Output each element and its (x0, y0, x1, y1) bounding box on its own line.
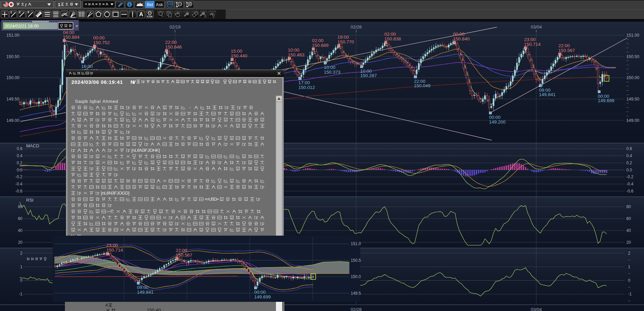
svg-text:15:00: 15:00 (231, 49, 242, 54)
svg-text:-0.4: -0.4 (15, 182, 22, 186)
svg-text:Saqib Iqbal Ahmed: Saqib Iqbal Ahmed (70, 99, 118, 104)
svg-text:i: i (129, 2, 130, 7)
svg-text:151.00: 151.00 (626, 33, 639, 38)
svg-text:MACD: MACD (26, 143, 39, 148)
svg-text:02/19: 02/19 (170, 24, 181, 30)
svg-text:150.752: 150.752 (93, 40, 110, 45)
svg-text:-0.2: -0.2 (626, 175, 633, 179)
svg-text:22:00: 22:00 (176, 248, 187, 253)
svg-text:ICON: ICON (147, 15, 153, 18)
svg-text:-0.6: -0.6 (15, 189, 22, 194)
svg-text:<=USD>: <=USD> (205, 197, 219, 202)
svg-text:2024/03/06 06:19:41: 2024/03/06 06:19:41 (71, 79, 123, 85)
svg-text:2: 2 (20, 251, 22, 256)
svg-text:151.0: 151.0 (351, 241, 361, 246)
svg-text:150.440: 150.440 (231, 53, 247, 58)
svg-text:150.287: 150.287 (360, 73, 377, 78)
svg-text:0.0: 0.0 (626, 168, 632, 172)
svg-text:1: 1 (10, 11, 12, 14)
svg-text:03/04: 03/04 (531, 307, 542, 311)
svg-text:1: 1 (58, 2, 60, 7)
svg-text:150.884: 150.884 (63, 35, 80, 40)
svg-text:150.714: 150.714 (524, 42, 541, 47)
svg-text:150.770: 150.770 (337, 39, 354, 44)
svg-text:Bid: Bid (147, 2, 153, 7)
svg-text:149.50: 149.50 (6, 97, 19, 102)
svg-text:149.699: 149.699 (598, 98, 614, 103)
svg-text:150.373: 150.373 (324, 70, 341, 75)
svg-text:150.838: 150.838 (384, 36, 401, 41)
svg-text:80: 80 (626, 204, 631, 209)
svg-text:150.50: 150.50 (6, 54, 19, 59)
svg-text:20: 20 (626, 240, 631, 245)
svg-text:03/04: 03/04 (531, 24, 542, 30)
svg-text:0.6: 0.6 (17, 146, 22, 151)
svg-text:2024/02/21 18:00: 2024/02/21 18:00 (5, 23, 39, 29)
svg-text:150.00: 150.00 (6, 75, 19, 80)
svg-text:20: 20 (18, 240, 23, 245)
svg-text:149.50: 149.50 (626, 97, 639, 102)
svg-text:150.646: 150.646 (165, 44, 182, 50)
svg-text:-1: -1 (628, 292, 632, 296)
svg-text:0: 0 (628, 278, 630, 283)
svg-text:-1: -1 (19, 292, 22, 296)
svg-text:149.200: 149.200 (489, 120, 506, 125)
svg-text:150.40: 150.40 (147, 308, 161, 311)
svg-text:0: 0 (20, 278, 22, 283)
svg-text:150.0: 150.0 (351, 274, 361, 279)
svg-text:150.049: 150.049 (414, 83, 431, 88)
svg-text:150.840: 150.840 (453, 36, 470, 41)
svg-text:1: 1 (20, 264, 22, 269)
svg-text:A: A (139, 11, 143, 18)
svg-text:0.4: 0.4 (17, 153, 22, 158)
svg-text:[nL6N3FJOGD]: [nL6N3FJOGD] (101, 190, 129, 196)
svg-text:149.5: 149.5 (351, 291, 361, 296)
svg-text:22:00: 22:00 (558, 43, 570, 48)
svg-text:60: 60 (626, 216, 631, 221)
svg-text:0.2: 0.2 (17, 161, 22, 165)
svg-text:×: × (75, 23, 78, 29)
svg-text:150.5: 150.5 (351, 258, 361, 263)
svg-text:150.567: 150.567 (558, 48, 575, 53)
svg-text:40: 40 (626, 228, 631, 233)
svg-text:3: 3 (28, 11, 29, 14)
svg-text:NY: NY (130, 79, 136, 85)
svg-text:02/26: 02/26 (351, 24, 362, 30)
svg-text:149.841: 149.841 (137, 290, 154, 295)
svg-text:149.00: 149.00 (6, 118, 19, 123)
svg-text:4: 4 (105, 303, 108, 308)
svg-text:-0.2: -0.2 (15, 175, 22, 179)
svg-text:150.567: 150.567 (176, 253, 192, 258)
svg-text:02/26: 02/26 (351, 307, 362, 311)
svg-text:2: 2 (19, 11, 20, 14)
svg-text:[nL6N3FJOHK]: [nL6N3FJOHK] (132, 148, 160, 153)
svg-text:-0.6: -0.6 (626, 189, 633, 194)
svg-text:02:00: 02:00 (384, 32, 396, 37)
svg-text:02:00: 02:00 (312, 38, 324, 43)
svg-text:10:00: 10:00 (288, 48, 299, 53)
svg-text:150.012: 150.012 (298, 85, 315, 90)
svg-text:150.714: 150.714 (106, 248, 123, 253)
svg-text:―: ― (107, 209, 112, 214)
svg-text:00:00: 00:00 (453, 32, 465, 37)
svg-text:22:00: 22:00 (165, 40, 177, 45)
svg-text:/: / (25, 2, 27, 7)
svg-text:0.4: 0.4 (626, 153, 632, 158)
svg-text:RSI: RSI (26, 198, 34, 203)
svg-text:151.00: 151.00 (6, 33, 19, 38)
svg-text:23:00: 23:00 (524, 37, 536, 42)
svg-text:149.841: 149.841 (539, 92, 556, 97)
svg-text:19:00: 19:00 (337, 35, 349, 40)
svg-text:150.689: 150.689 (312, 43, 329, 48)
svg-text:1: 1 (628, 264, 630, 269)
svg-text:-0.4: -0.4 (626, 182, 633, 186)
svg-text:-: - (186, 105, 193, 110)
svg-text:60: 60 (18, 216, 23, 221)
svg-text:2: 2 (628, 251, 630, 256)
svg-text:23:00: 23:00 (106, 243, 118, 248)
svg-text:150.463: 150.463 (288, 52, 304, 57)
svg-text:40: 40 (18, 228, 23, 233)
svg-text:0.6: 0.6 (626, 146, 632, 151)
svg-text:149.699: 149.699 (254, 294, 271, 299)
svg-text:Ask: Ask (156, 2, 163, 7)
